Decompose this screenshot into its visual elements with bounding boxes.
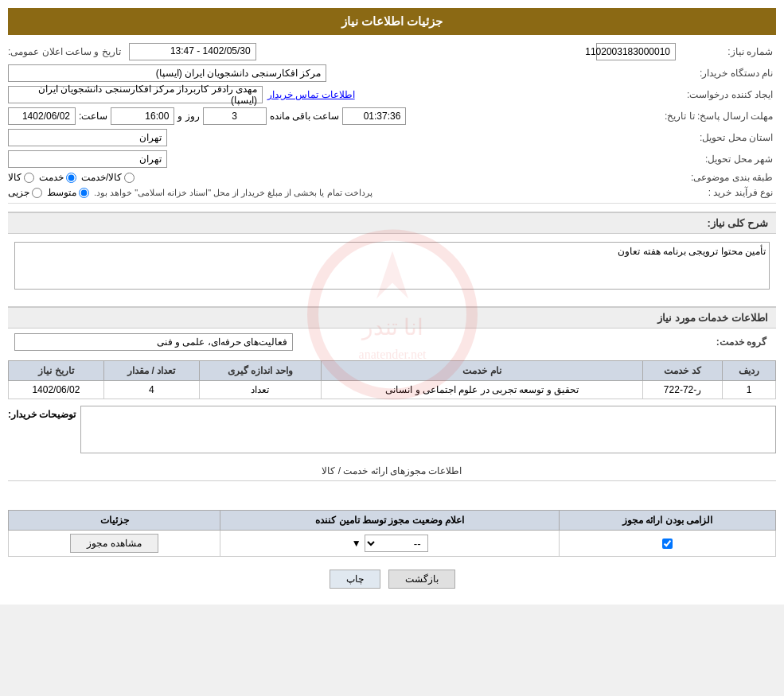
cell-row-num: 1 [723,381,776,399]
purchase-type-right: نوع فرآیند خرید : [681,187,776,198]
deadline-right: مهلت ارسال پاسخ: تا تاریخ: [665,111,776,122]
need-description-section-title: شرح کلی نیاز: [8,212,776,234]
announcement-value: 1402/05/30 - 13:47 [129,43,256,60]
city-value: تهران [8,150,167,168]
category-label: طبقه بندی موضوعی: [681,172,776,183]
view-permit-button[interactable]: مشاهده مجوز [70,534,158,553]
need-number-right: شماره نیاز: 1102003183000010 [596,43,776,60]
purchase-type-label: نوع فرآیند خرید : [681,187,776,198]
deadline-row: مهلت ارسال پاسخ: تا تاریخ: 01:37:36 ساعت… [8,107,776,125]
purchase-radio-jozii[interactable] [32,188,42,198]
cell-unit: تعداد [199,381,321,399]
cell-code: ر-72-722 [642,381,722,399]
province-right: استان محل تحویل: [681,132,776,143]
category-kala-khedmat: کالا/خدمت [81,172,135,183]
purchase-type-note: پرداخت تمام یا بخشی از مبلغ خریدار از مح… [94,188,372,198]
permit-col-required: الزامی بودن ارائه مجوز [560,511,776,531]
permit-status-cell: -- ▼ [220,531,560,557]
col-row-num: ردیف [723,361,776,381]
services-table-row: 1 ر-72-722 تحقیق و توسعه تجربی در علوم ا… [9,381,776,399]
creator-row: ایجاد کننده درخواست: اطلاعات تماس خریدار… [8,86,776,103]
spacer [8,486,776,510]
buyer-notes-section: توضیحات خریدار: [8,406,776,453]
main-content: انا تندر anatender.net شماره نیاز: 11020… [8,43,776,589]
col-service-code: کد خدمت [642,361,722,381]
services-table-header-row: ردیف کد خدمت نام خدمت واحد اندازه گیری ت… [9,361,776,381]
category-kala-label: کالا [8,172,21,183]
buyer-notes-textarea[interactable] [80,406,776,453]
purchase-motavaset: متوسط [47,187,89,198]
creator-right: ایجاد کننده درخواست: [681,89,776,100]
purchase-radio-motavaset[interactable] [79,188,89,198]
permit-table-row: -- ▼ مشاهده مجوز [9,531,776,557]
purchase-type-row: نوع فرآیند خرید : پرداخت تمام یا بخشی از… [8,187,776,198]
deadline-label: مهلت ارسال پاسخ: تا تاریخ: [665,111,776,122]
category-radio-kala-khedmat[interactable] [124,173,135,183]
contact-link[interactable]: اطلاعات تماس خریدار [267,89,355,100]
col-service-name: نام خدمت [322,361,643,381]
category-kala: کالا [8,172,34,183]
category-row: طبقه بندی موضوعی: کالا/خدمت خدمت کالا [8,172,776,183]
purchase-jozii: جزیی [8,187,42,198]
permit-section-title: اطلاعات مجوزهای ارائه خدمت / کالا [8,461,776,481]
deadline-remaining: 01:37:36 [342,107,406,125]
need-number-row: شماره نیاز: 1102003183000010 1402/05/30 … [8,43,776,60]
announcement-label: تاریخ و ساعت اعلان عمومی: [8,46,124,57]
category-radio-khedmat[interactable] [66,173,76,183]
deadline-time: 16:00 [111,107,174,125]
permit-col-details: جزئیات [9,511,220,531]
need-description-label: شرح کلی نیاز: [707,217,768,229]
creator-label: ایجاد کننده درخواست: [681,89,776,100]
purchase-type-left: پرداخت تمام یا بخشی از مبلغ خریدار از مح… [8,187,372,198]
deadline-date: 1402/06/02 [8,107,76,125]
back-button[interactable]: بازگشت [388,570,455,589]
permit-status-select[interactable]: -- [365,535,428,552]
cell-name: تحقیق و توسعه تجربی در علوم اجتماعی و ان… [322,381,643,399]
category-kala-khedmat-label: کالا/خدمت [81,172,122,183]
col-date: تاریخ نیاز [9,361,104,381]
permit-status-arrow: ▼ [352,538,361,549]
action-buttons-row: بازگشت چاپ [8,570,776,589]
remaining-label: ساعت باقی مانده [270,111,340,122]
permit-details-cell: مشاهده مجوز [9,531,220,557]
need-description-container [8,239,776,298]
need-number-label: شماره نیاز: [681,46,776,57]
category-left: کالا/خدمت خدمت کالا [8,172,135,183]
print-button[interactable]: چاپ [330,570,380,589]
page-header: جزئیات اطلاعات نیاز [8,8,776,35]
category-khedmat: خدمت [39,172,76,183]
permit-required-cell [560,531,776,557]
need-number-value: 1102003183000010 [596,43,676,60]
permit-required-checkbox[interactable] [662,539,673,549]
service-group-row: گروه خدمت: فعالیت‌های حرفه‌ای، علمی و فن… [8,333,776,356]
buyer-org-left: مرکز افکارسنجی دانشجویان ایران (ایسپا) [8,64,326,82]
buyer-org-label: نام دستگاه خریدار: [681,68,776,79]
buyer-org-value: مرکز افکارسنجی دانشجویان ایران (ایسپا) [8,64,326,82]
city-right: شهر محل تحویل: [681,154,776,165]
permit-col-status: اعلام وضعیت مجوز توسط تامین کننده [220,511,560,531]
permit-status-container: -- ▼ [227,535,552,552]
col-unit: واحد اندازه گیری [199,361,321,381]
permit-section-title-text: اطلاعات مجوزهای ارائه خدمت / کالا [322,465,462,476]
page-title: جزئیات اطلاعات نیاز [341,14,443,28]
permit-checkbox-container [566,539,769,549]
buyer-org-row: نام دستگاه خریدار: مرکز افکارسنجی دانشجو… [8,64,776,82]
buyer-notes-label: توضیحات خریدار: [8,406,76,420]
page-wrapper: جزئیات اطلاعات نیاز انا تندر anatender.n… [0,0,784,605]
services-section-title: اطلاعات خدمات مورد نیاز [8,306,776,329]
need-description-textarea[interactable] [14,242,770,290]
city-label: شهر محل تحویل: [681,154,776,165]
announcement-left: 1402/05/30 - 13:47 تاریخ و ساعت اعلان عم… [8,43,256,60]
purchase-motavaset-label: متوسط [47,187,76,198]
cell-date: 1402/06/02 [9,381,104,399]
creator-value: مهدی رادفر کاربرداز مرکز افکارسنجی دانشج… [8,86,263,103]
category-khedmat-label: خدمت [39,172,64,183]
services-table: ردیف کد خدمت نام خدمت واحد اندازه گیری ت… [8,360,776,399]
category-right: طبقه بندی موضوعی: [681,172,776,183]
service-group-value: فعالیت‌های حرفه‌ای، علمی و فنی [14,333,293,351]
deadline-left: 01:37:36 ساعت باقی مانده 3 روز و 16:00 س… [8,107,406,125]
category-radio-kala[interactable] [24,173,34,183]
days-label: روز و [177,111,199,122]
services-label: اطلاعات خدمات مورد نیاز [657,312,768,324]
creator-left: اطلاعات تماس خریدار مهدی رادفر کاربرداز … [8,86,355,103]
